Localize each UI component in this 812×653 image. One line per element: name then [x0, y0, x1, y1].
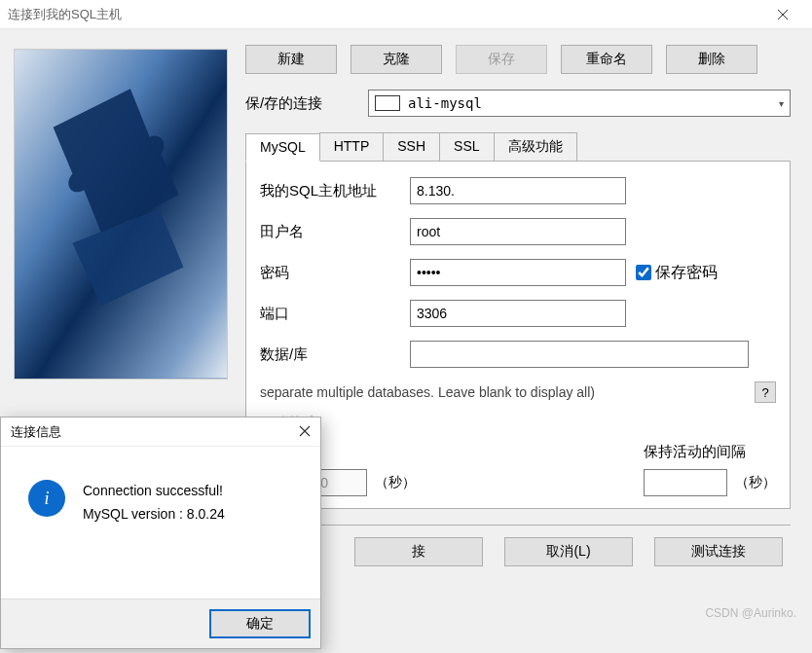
title-bar: 连接到我的SQL主机	[0, 0, 812, 29]
tab-http[interactable]: HTTP	[319, 132, 385, 161]
dialog-title: 连接信息	[11, 423, 299, 441]
connect-button[interactable]: 接	[354, 537, 483, 566]
keepalive-unit: （秒）	[735, 474, 776, 491]
dialog-message: Connection successful! MySQL version : 8…	[83, 480, 225, 589]
info-icon: i	[28, 480, 65, 517]
content-area: 新建 克隆 保存 重命名 删除 保/存的连接 ali-mysql ▾ MySQL…	[241, 29, 812, 653]
clone-button[interactable]: 克隆	[351, 45, 442, 74]
chevron-down-icon: ▾	[779, 98, 784, 109]
cancel-button[interactable]: 取消(L)	[504, 537, 633, 566]
save-button: 保存	[456, 45, 547, 74]
dialog-footer: 确定	[1, 599, 320, 648]
tab-ssl[interactable]: SSL	[439, 132, 494, 161]
save-password-checkbox[interactable]: 保存密码	[636, 263, 718, 283]
keepalive-label: 保持活动的间隔	[644, 443, 776, 461]
dialog-ok-button[interactable]: 确定	[209, 609, 311, 638]
host-label: 我的SQL主机地址	[260, 182, 410, 200]
user-label: 田户名	[260, 223, 410, 241]
dialog-line1: Connection successful!	[83, 480, 225, 503]
idle-unit: （秒）	[375, 474, 416, 491]
new-button[interactable]: 新建	[245, 45, 337, 74]
database-hint: separate multiple databases. Leave blank…	[260, 384, 595, 400]
port-input[interactable]	[410, 300, 626, 327]
test-connection-button[interactable]: 测试连接	[654, 537, 783, 566]
database-hint-row: separate multiple databases. Leave blank…	[260, 381, 776, 403]
save-password-box[interactable]	[636, 265, 651, 280]
tab-ssh[interactable]: SSH	[383, 132, 440, 161]
saved-connections-row: 保/存的连接 ali-mysql ▾	[241, 90, 794, 117]
delete-button[interactable]: 删除	[666, 45, 757, 74]
host-input[interactable]	[410, 177, 626, 204]
tab-mysql[interactable]: MySQL	[245, 133, 320, 162]
tab-bar: MySQL HTTP SSH SSL 高级功能	[241, 132, 794, 161]
help-button[interactable]: ?	[755, 381, 776, 403]
timeout-row: 闲超时 （秒） 保持活动的间隔 （秒）	[260, 443, 776, 496]
database-input[interactable]	[410, 341, 749, 368]
user-input[interactable]	[410, 218, 626, 245]
tab-advanced[interactable]: 高级功能	[494, 132, 577, 161]
password-input[interactable]	[410, 259, 626, 286]
window-title: 连接到我的SQL主机	[8, 6, 761, 23]
password-label: 密码	[260, 264, 410, 282]
save-password-label: 保存密码	[655, 263, 718, 283]
rename-button[interactable]: 重命名	[561, 45, 652, 74]
dialog-line2: MySQL version : 8.0.24	[83, 503, 225, 526]
saved-connections-label: 保/存的连接	[245, 94, 368, 113]
connection-info-dialog: 连接信息 i Connection successful! MySQL vers…	[0, 417, 321, 649]
close-icon[interactable]	[761, 0, 804, 28]
dialog-title-bar: 连接信息	[1, 417, 320, 447]
dialog-close-icon[interactable]	[299, 423, 311, 441]
keepalive-input[interactable]	[644, 469, 727, 496]
selected-connection-name: ali-mysql	[408, 95, 779, 111]
compress-label: 压缩协议	[260, 415, 776, 433]
decorative-image	[14, 49, 228, 380]
port-label: 端口	[260, 305, 410, 323]
footer-buttons: 接 取消(L) 测试连接	[245, 525, 791, 578]
database-label: 数据/库	[260, 345, 410, 364]
saved-connections-select[interactable]: ali-mysql ▾	[368, 90, 791, 117]
dialog-body: i Connection successful! MySQL version :…	[1, 447, 320, 599]
connection-color-swatch	[375, 95, 400, 111]
toolbar: 新建 克隆 保存 重命名 删除	[241, 45, 794, 74]
tab-panel-mysql: 我的SQL主机地址 田户名 密码 保存密码 端口 数据/库	[245, 161, 791, 509]
